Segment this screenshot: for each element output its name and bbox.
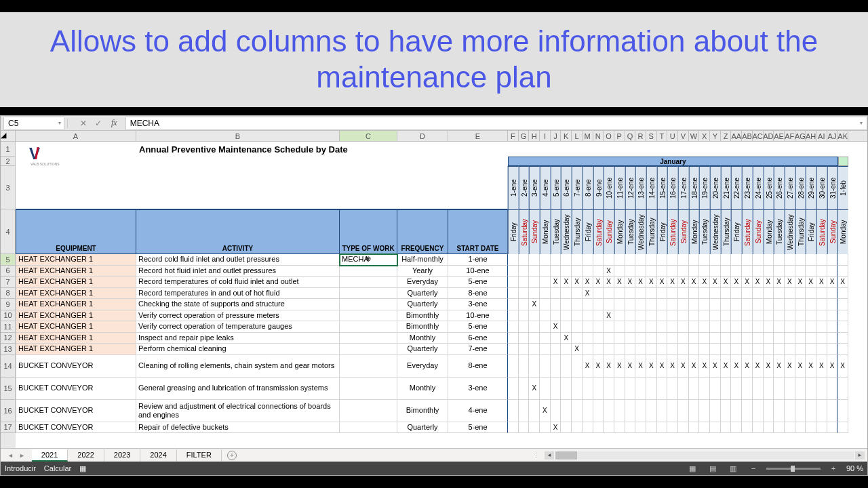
row-header-1[interactable]: 1 — [1, 142, 16, 157]
sched-cell[interactable] — [540, 321, 551, 333]
sched-cell[interactable] — [806, 254, 816, 266]
cell-startdate[interactable]: 3-ene — [448, 299, 508, 310]
sched-cell[interactable] — [710, 422, 721, 434]
sched-cell[interactable] — [837, 266, 848, 277]
sched-cell[interactable] — [540, 333, 551, 344]
sched-cell[interactable] — [508, 254, 519, 266]
sched-cell[interactable] — [646, 321, 657, 333]
sched-cell[interactable] — [721, 299, 732, 310]
col-header-T[interactable]: T — [657, 131, 668, 141]
cell-type[interactable] — [340, 400, 397, 422]
sched-cell[interactable] — [519, 422, 530, 434]
sched-cell[interactable] — [561, 254, 572, 266]
sched-cell[interactable] — [508, 321, 519, 333]
row-header-10[interactable]: 10 — [1, 310, 16, 322]
sched-cell[interactable] — [646, 333, 657, 344]
sched-cell[interactable] — [753, 400, 764, 422]
sched-cell[interactable]: X — [837, 355, 848, 378]
sched-cell[interactable]: X — [764, 355, 774, 378]
sched-cell[interactable] — [721, 288, 732, 300]
sched-cell[interactable] — [572, 288, 583, 300]
sched-cell[interactable]: X — [635, 355, 646, 378]
sched-cell[interactable] — [742, 333, 753, 344]
sched-cell[interactable] — [764, 266, 774, 277]
sched-cell[interactable] — [635, 400, 646, 422]
sched-cell[interactable] — [764, 254, 774, 266]
sched-cell[interactable] — [795, 288, 806, 300]
sched-cell[interactable] — [540, 344, 551, 355]
cell-startdate[interactable]: 4-ene — [448, 400, 508, 422]
sched-cell[interactable] — [614, 422, 625, 434]
sched-cell[interactable] — [657, 344, 668, 355]
sched-cell[interactable] — [774, 288, 785, 300]
cell-startdate[interactable]: 8-ene — [448, 288, 508, 300]
sched-cell[interactable]: X — [625, 277, 636, 288]
sched-cell[interactable] — [816, 288, 827, 300]
col-header-AB[interactable]: AB — [742, 131, 753, 141]
sched-cell[interactable] — [764, 299, 774, 310]
sched-cell[interactable] — [699, 254, 710, 266]
sched-cell[interactable]: X — [742, 355, 753, 378]
sched-cell[interactable]: X — [540, 400, 551, 422]
col-header-AJ[interactable]: AJ — [827, 131, 838, 141]
sched-cell[interactable]: X — [721, 355, 732, 378]
sched-cell[interactable] — [657, 254, 668, 266]
cell-startdate[interactable]: 10-ene — [448, 310, 508, 322]
sched-cell[interactable] — [806, 321, 816, 333]
sched-cell[interactable] — [583, 299, 593, 310]
sched-cell[interactable] — [551, 400, 561, 422]
sched-cell[interactable] — [806, 422, 816, 434]
sched-cell[interactable] — [678, 400, 689, 422]
sched-cell[interactable] — [519, 378, 530, 400]
sched-cell[interactable] — [774, 266, 785, 277]
sched-cell[interactable] — [635, 333, 646, 344]
sched-cell[interactable] — [540, 310, 551, 322]
cell-equipment[interactable]: HEAT EXCHANGER 1 — [16, 310, 136, 322]
sched-cell[interactable] — [572, 299, 583, 310]
cell-activity[interactable]: Verify correct operation of pressure met… — [136, 310, 340, 322]
col-header-L[interactable]: L — [572, 131, 583, 141]
sched-cell[interactable] — [561, 310, 572, 322]
sched-cell[interactable] — [519, 254, 530, 266]
sched-cell[interactable] — [678, 422, 689, 434]
sched-cell[interactable] — [519, 321, 530, 333]
sched-cell[interactable] — [795, 333, 806, 344]
cell-equipment[interactable]: HEAT EXCHANGER 1 — [16, 321, 136, 333]
sched-cell[interactable] — [731, 254, 742, 266]
col-header-F[interactable]: F — [508, 131, 519, 141]
sched-cell[interactable] — [816, 344, 827, 355]
sched-cell[interactable] — [837, 254, 848, 266]
sched-cell[interactable] — [551, 355, 561, 378]
sched-cell[interactable] — [593, 299, 604, 310]
sched-cell[interactable] — [806, 344, 816, 355]
cell-type[interactable] — [340, 277, 397, 288]
cell-type[interactable] — [340, 299, 397, 310]
sched-cell[interactable]: X — [816, 277, 827, 288]
sched-cell[interactable] — [604, 321, 614, 333]
sched-cell[interactable] — [646, 254, 657, 266]
sched-cell[interactable] — [678, 288, 689, 300]
sched-cell[interactable] — [614, 288, 625, 300]
sched-cell[interactable] — [689, 344, 700, 355]
sched-cell[interactable] — [678, 344, 689, 355]
sched-cell[interactable] — [561, 288, 572, 300]
sched-cell[interactable] — [710, 321, 721, 333]
row-header-8[interactable]: 8 — [1, 288, 16, 300]
sched-cell[interactable]: X — [551, 321, 561, 333]
sched-cell[interactable] — [667, 422, 678, 434]
sched-cell[interactable]: X — [689, 355, 700, 378]
sched-cell[interactable] — [635, 310, 646, 322]
sched-cell[interactable] — [667, 299, 678, 310]
sched-cell[interactable] — [785, 344, 795, 355]
sched-cell[interactable] — [774, 333, 785, 344]
sched-cell[interactable] — [508, 277, 519, 288]
sched-cell[interactable] — [635, 288, 646, 300]
sched-cell[interactable] — [625, 400, 636, 422]
sched-cell[interactable] — [519, 333, 530, 344]
sched-cell[interactable] — [593, 321, 604, 333]
sched-cell[interactable]: X — [689, 277, 700, 288]
sched-cell[interactable] — [742, 378, 753, 400]
cell-type[interactable] — [340, 333, 397, 344]
sched-cell[interactable]: X — [646, 355, 657, 378]
sched-cell[interactable] — [529, 310, 540, 322]
